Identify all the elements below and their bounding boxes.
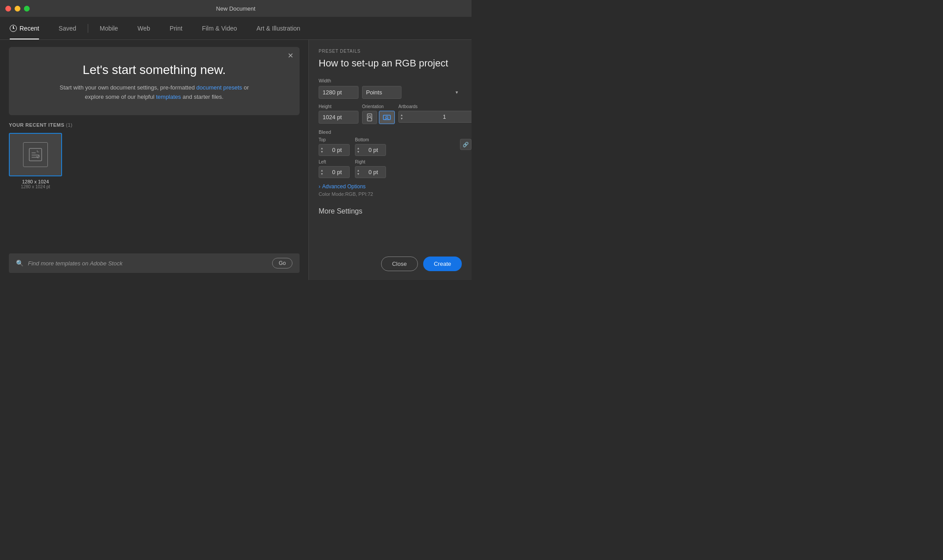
list-item[interactable]: 1280 x 1024 1280 x 1024 pt xyxy=(9,133,62,189)
orientation-buttons xyxy=(362,111,395,124)
hero-close-button[interactable]: ✕ xyxy=(288,52,293,59)
minimize-traffic-light[interactable] xyxy=(15,6,20,12)
tab-divider xyxy=(88,24,88,33)
orientation-label: Orientation xyxy=(362,104,395,109)
artboards-value[interactable] xyxy=(405,111,472,122)
recent-header: YOUR RECENT ITEMS (1) xyxy=(9,122,300,128)
height-label: Height xyxy=(319,104,358,109)
artboards-group: Artboards ▲ ▼ xyxy=(398,104,472,123)
landscape-button[interactable] xyxy=(379,111,395,124)
bleed-section: Bleed Top ▲ ▼ Bottom xyxy=(319,129,462,178)
tab-art-illustration[interactable]: Art & Illustration xyxy=(247,17,310,39)
bleed-top-label: Top xyxy=(319,137,350,142)
width-input[interactable] xyxy=(319,86,358,99)
bleed-bottom-value[interactable] xyxy=(361,144,386,156)
bleed-bottom-increment[interactable]: ▲ xyxy=(357,147,360,150)
svg-rect-3 xyxy=(383,115,390,120)
recent-item-sub: 1280 x 1024 pt xyxy=(9,184,62,189)
height-orientation-artboards-row: Height Orientation xyxy=(319,104,462,124)
traffic-lights xyxy=(5,6,30,12)
recent-grid: 1280 x 1024 1280 x 1024 pt xyxy=(9,133,300,189)
preset-title: How to set-up an RGB project xyxy=(319,57,462,70)
bleed-label: Bleed xyxy=(319,129,462,135)
color-mode-text: Color Mode:RGB, PPI:72 xyxy=(319,191,462,197)
recent-count: (1) xyxy=(66,122,73,128)
bleed-top-group: Top ▲ ▼ xyxy=(319,137,350,156)
tab-recent[interactable]: Recent xyxy=(0,17,49,39)
right-panel: PRESET DETAILS How to set-up an RGB proj… xyxy=(308,40,472,280)
bleed-right-increment[interactable]: ▲ xyxy=(357,169,360,172)
recent-item-thumbnail xyxy=(9,133,62,176)
bleed-bottom-stepper: ▲ ▼ xyxy=(355,144,386,156)
tab-print[interactable]: Print xyxy=(160,17,192,39)
close-traffic-light[interactable] xyxy=(5,6,11,12)
width-row: Points Pixels Inches Centimeters Millime… xyxy=(319,86,462,99)
bleed-right-value[interactable] xyxy=(361,167,386,178)
unit-select-wrapper: Points Pixels Inches Centimeters Millime… xyxy=(362,86,462,99)
search-bar: 🔍 Go xyxy=(9,253,300,273)
bleed-right-arrows: ▲ ▼ xyxy=(355,168,361,176)
bleed-right-group: Right ▲ ▼ xyxy=(355,159,386,178)
tab-saved[interactable]: Saved xyxy=(49,17,86,39)
artboards-decrement[interactable]: ▼ xyxy=(400,117,403,120)
bleed-left-arrows: ▲ ▼ xyxy=(319,168,325,176)
document-icon xyxy=(23,142,48,167)
left-panel: ✕ Let's start something new. Start with … xyxy=(0,40,308,280)
bleed-right-stepper: ▲ ▼ xyxy=(355,166,386,178)
bleed-bottom-group: Bottom ▲ ▼ xyxy=(355,137,386,156)
hero-card: ✕ Let's start something new. Start with … xyxy=(9,47,300,115)
bleed-left-value[interactable] xyxy=(325,167,349,178)
bleed-bottom-decrement[interactable]: ▼ xyxy=(357,150,360,153)
orientation-group: Orientation xyxy=(362,104,395,124)
bleed-right-decrement[interactable]: ▼ xyxy=(357,172,360,175)
recent-item-name: 1280 x 1024 xyxy=(9,179,62,184)
hero-desc-suffix: and starter files. xyxy=(181,93,223,100)
close-button[interactable]: Close xyxy=(381,257,418,271)
chevron-right-icon: › xyxy=(319,183,320,190)
hero-title: Let's start something new. xyxy=(18,63,291,77)
tab-film-video[interactable]: Film & Video xyxy=(192,17,247,39)
bleed-right-label: Right xyxy=(355,159,386,164)
bleed-left-decrement[interactable]: ▼ xyxy=(320,172,323,175)
artboards-stepper-arrows: ▲ ▼ xyxy=(399,113,405,121)
advanced-options-section: › Advanced Options Color Mode:RGB, PPI:7… xyxy=(319,183,462,197)
bleed-left-increment[interactable]: ▲ xyxy=(320,169,323,172)
maximize-traffic-light[interactable] xyxy=(24,6,30,12)
title-bar: New Document xyxy=(0,0,472,17)
search-input[interactable] xyxy=(28,260,268,267)
bleed-left-group: Left ▲ ▼ xyxy=(319,159,350,178)
main-layout: ✕ Let's start something new. Start with … xyxy=(0,40,472,280)
bleed-left-label: Left xyxy=(319,159,350,164)
recent-section: YOUR RECENT ITEMS (1) xyxy=(9,122,300,189)
go-button[interactable]: Go xyxy=(272,258,292,268)
height-input[interactable] xyxy=(319,111,358,124)
create-button[interactable]: Create xyxy=(423,257,462,271)
tab-web[interactable]: Web xyxy=(128,17,160,39)
bleed-top-decrement[interactable]: ▼ xyxy=(320,150,323,153)
bleed-bottom-label: Bottom xyxy=(355,137,386,142)
preset-label: PRESET DETAILS xyxy=(319,49,462,54)
hero-description: Start with your own document settings, p… xyxy=(18,83,291,102)
bleed-top-value[interactable] xyxy=(325,144,349,156)
more-settings[interactable]: More Settings xyxy=(319,207,462,215)
document-presets-link[interactable]: document presets xyxy=(196,84,242,91)
bleed-left-stepper: ▲ ▼ xyxy=(319,166,350,178)
templates-link[interactable]: templates xyxy=(156,93,181,100)
bleed-top-arrows: ▲ ▼ xyxy=(319,146,325,154)
artboards-increment[interactable]: ▲ xyxy=(400,113,403,117)
bleed-top-stepper: ▲ ▼ xyxy=(319,144,350,156)
window-title: New Document xyxy=(216,5,256,12)
bleed-bottom-arrows: ▲ ▼ xyxy=(355,146,361,154)
portrait-button[interactable] xyxy=(362,111,377,124)
artboards-stepper: ▲ ▼ xyxy=(398,111,472,123)
bleed-top-increment[interactable]: ▲ xyxy=(320,147,323,150)
hero-desc-prefix: Start with your own document settings, p… xyxy=(59,84,196,91)
search-icon: 🔍 xyxy=(16,260,23,267)
bleed-link-button[interactable]: 🔗 xyxy=(460,139,472,150)
svg-rect-0 xyxy=(29,148,42,161)
width-label: Width xyxy=(319,78,462,83)
unit-select[interactable]: Points Pixels Inches Centimeters Millime… xyxy=(362,86,401,99)
height-group: Height xyxy=(319,104,358,124)
tab-mobile[interactable]: Mobile xyxy=(90,17,128,39)
advanced-options-toggle[interactable]: › Advanced Options xyxy=(319,183,366,190)
